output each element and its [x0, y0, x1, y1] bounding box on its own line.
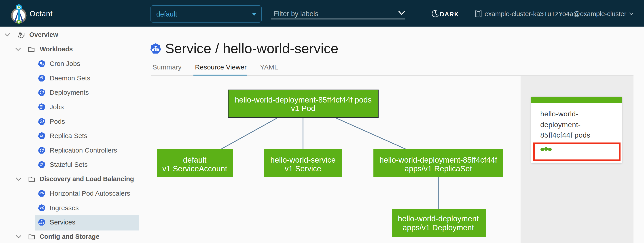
- svg-text:hello-world-deployment-85ff4cf: hello-world-deployment-85ff4cf44f pods: [235, 95, 372, 104]
- svg-text:hello-world-deployment-85ff4cf: hello-world-deployment-85ff4cf44f: [380, 155, 497, 164]
- svg-text:hello-world-deployment: hello-world-deployment: [398, 214, 479, 223]
- svg-text:default: default: [183, 155, 206, 164]
- svg-text:apps/v1 ReplicaSet: apps/v1 ReplicaSet: [404, 164, 472, 173]
- svg-text:apps/v1 Deployment: apps/v1 Deployment: [402, 223, 474, 232]
- svg-text:v1 ServiceAccount: v1 ServiceAccount: [162, 164, 227, 173]
- svg-text:v1 Pod: v1 Pod: [291, 104, 316, 113]
- svg-text:v1 Service: v1 Service: [285, 164, 321, 173]
- svg-text:hello-world-service: hello-world-service: [270, 155, 336, 164]
